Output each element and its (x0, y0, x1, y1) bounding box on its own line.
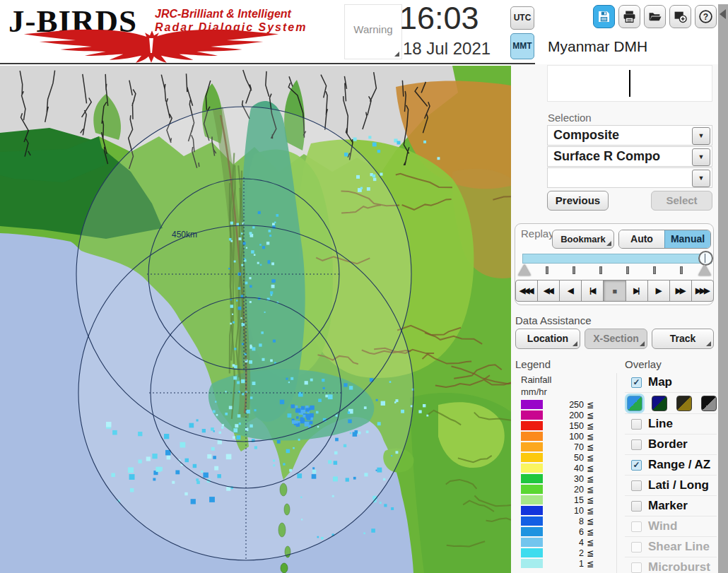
replay-label: Replay (521, 228, 554, 240)
checkbox[interactable] (631, 419, 642, 430)
overlay-row-line[interactable]: Line (625, 414, 717, 435)
overlay-row-shear-line[interactable]: Shear Line (625, 537, 717, 557)
open-folder-button[interactable] (644, 5, 666, 28)
range-start-marker[interactable] (518, 264, 531, 276)
legend-color-swatch (521, 421, 543, 430)
location-button[interactable]: Location (515, 329, 580, 349)
warning-dropdown[interactable]: Warning (344, 4, 402, 59)
stop-button[interactable]: ■ (603, 280, 626, 302)
legend-row: 40≦ (521, 463, 613, 473)
checkbox[interactable] (631, 480, 642, 491)
save-button[interactable] (593, 5, 615, 28)
header-divider (0, 63, 535, 64)
checkbox[interactable]: ✓ (631, 377, 642, 388)
radar-coverage-tint (76, 107, 413, 560)
replay-slider-thumb[interactable] (698, 251, 713, 266)
jump-end-button[interactable]: ▶▶▶ (691, 280, 714, 302)
select-button[interactable]: Select (651, 191, 712, 211)
dropdown-value: Composite (553, 128, 619, 143)
overlay-row-microburst[interactable]: Microburst (625, 557, 717, 573)
legend-row: 6≦ (521, 526, 613, 537)
radar-map[interactable]: 450km (0, 66, 511, 573)
jump-start-button[interactable]: ◀◀◀ (515, 280, 538, 302)
utc-button[interactable]: UTC (510, 6, 534, 30)
legend-suffix: ≦ (587, 442, 594, 452)
product-category-dropdown[interactable]: Composite ▼ (547, 125, 712, 146)
map-style-swatch-3[interactable] (676, 396, 692, 411)
legend-value: 30 (543, 474, 584, 484)
checkbox[interactable] (631, 562, 642, 573)
data-assistance-label: Data Assistance (515, 314, 592, 326)
previous-button[interactable]: Previous (547, 191, 609, 211)
dropdown-value: Surface R Compo (553, 149, 660, 164)
legend-color-swatch (521, 463, 543, 473)
legend-value: 70 (543, 442, 584, 452)
legend-color-swatch (521, 442, 543, 451)
overlay-row-wind[interactable]: Wind (625, 516, 717, 537)
overlay-row-marker[interactable]: Marker (625, 496, 717, 516)
track-button[interactable]: Track (652, 329, 714, 349)
mmt-button[interactable]: MMT (510, 33, 534, 59)
legend-suffix: ≦ (587, 559, 594, 569)
map-style-swatch-1[interactable] (627, 396, 642, 411)
checkbox[interactable] (631, 501, 642, 512)
legend-suffix: ≦ (587, 485, 594, 495)
legend-value: 250 (543, 400, 584, 410)
checkbox[interactable] (631, 521, 642, 532)
overlay-row-lati-long[interactable]: Lati / Long (625, 475, 717, 496)
logo-tagline-1: JRC-Brilliant & Intelligent (155, 8, 291, 20)
app-window: 450km Selection Composite ▼ Surface R Co… (0, 0, 728, 573)
fast-forward-button[interactable]: ▶▶ (669, 280, 692, 302)
bookmark-button[interactable]: Bookmark (552, 230, 614, 249)
help-button[interactable]: ? (695, 5, 717, 28)
legend-value: 8 (543, 516, 584, 526)
slider-tick (599, 266, 602, 274)
slider-tick (680, 266, 683, 274)
legend-color-swatch (521, 400, 543, 409)
step-forward-button[interactable]: ▶| (626, 280, 648, 302)
overlay-row-range-az[interactable]: ✓Range / AZ (625, 455, 717, 475)
map-style-swatch-4[interactable] (701, 396, 717, 411)
range-end-marker[interactable] (698, 264, 711, 276)
map-style-swatches (625, 393, 717, 414)
checkbox[interactable] (631, 542, 642, 553)
map-style-swatch-2[interactable] (652, 396, 667, 411)
legend-suffix: ≦ (587, 410, 594, 420)
slider-tick (626, 266, 629, 274)
product-type-dropdown[interactable]: Surface R Compo ▼ (547, 146, 712, 167)
panel-collapse-strip[interactable] (718, 4, 728, 573)
x-section-button[interactable]: X-Section (585, 329, 647, 349)
auto-mode-button[interactable]: Auto (619, 230, 664, 248)
chevron-down-icon[interactable]: ▼ (692, 170, 710, 187)
clock-time: 16:03 (399, 0, 479, 37)
legend-value: 2 (543, 548, 584, 558)
station-list-box[interactable] (547, 65, 712, 102)
legend-suffix: ≦ (587, 474, 594, 484)
toolbar: ? (593, 5, 717, 28)
legend-color-swatch (521, 548, 543, 557)
play-backward-button[interactable]: ◀ (559, 280, 582, 302)
overlay-row-border[interactable]: Border (625, 435, 717, 455)
fast-rewind-button[interactable]: ◀◀ (537, 280, 560, 302)
product-option-dropdown[interactable]: ▼ (547, 167, 712, 188)
checkbox[interactable] (631, 439, 642, 450)
step-back-button[interactable]: |◀ (581, 280, 604, 302)
overlay-item-label: Border (648, 437, 688, 451)
chevron-down-icon[interactable]: ▼ (692, 127, 710, 145)
chevron-down-icon[interactable]: ▼ (692, 148, 710, 166)
replay-progress-slider[interactable] (522, 254, 712, 264)
overlay-row-map[interactable]: ✓Map (625, 372, 717, 393)
legend-color-swatch (521, 474, 543, 483)
manual-mode-button[interactable]: Manual (664, 230, 710, 248)
legend-title: Rainfall (521, 374, 551, 385)
legend-color-swatch (521, 453, 543, 462)
screen-capture-button[interactable] (669, 5, 691, 28)
legend-color-swatch (521, 410, 543, 420)
checkbox[interactable]: ✓ (631, 460, 642, 471)
print-button[interactable] (618, 5, 640, 28)
play-button[interactable]: ▶ (647, 280, 670, 302)
collapse-arrow-icon[interactable] (720, 9, 726, 19)
overlay-item-label: Microburst (648, 560, 710, 573)
legend-row: 200≦ (521, 410, 613, 420)
legend-value: 15 (543, 495, 584, 505)
